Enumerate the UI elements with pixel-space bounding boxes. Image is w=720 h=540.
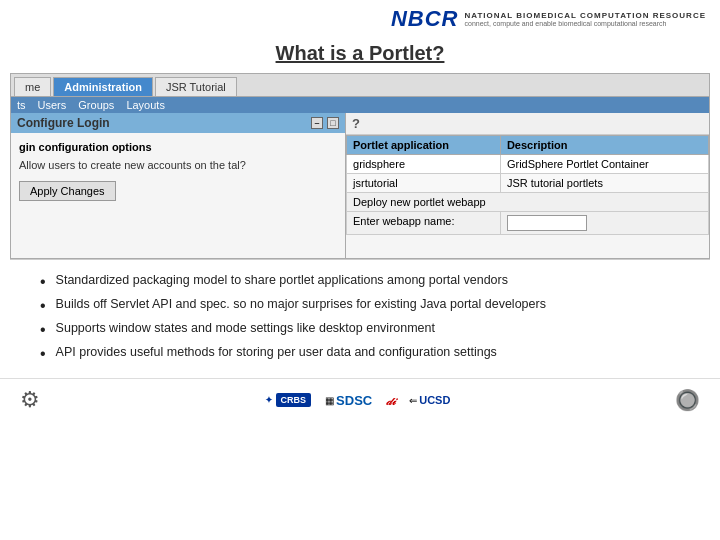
webapp-input-cell bbox=[500, 212, 708, 235]
section-title: gin configuration options bbox=[19, 141, 337, 153]
di-logo: 𝒹𝒾 bbox=[386, 391, 395, 409]
list-item: • Supports window states and mode settin… bbox=[40, 320, 700, 338]
gear-icon: ⚙ bbox=[20, 387, 40, 413]
bullet-text-4: API provides useful methods for storing … bbox=[56, 344, 497, 361]
nav-ts[interactable]: ts bbox=[17, 99, 26, 111]
wheel-icon: 🔘 bbox=[675, 388, 700, 412]
desc-jsrtutorial: JSR tutorial portlets bbox=[500, 174, 708, 193]
question-mark: ? bbox=[346, 113, 709, 135]
left-panel: Configure Login – □ gin configuration op… bbox=[11, 113, 346, 258]
portlet-table: Portlet application Description gridsphe… bbox=[346, 135, 709, 235]
nav-users[interactable]: Users bbox=[38, 99, 67, 111]
nbcr-tagline: connect, compute and enable biomedical c… bbox=[465, 20, 706, 27]
app-jsrtutorial: jsrtutorial bbox=[347, 174, 501, 193]
nbcr-subtitle: NATIONAL BIOMEDICAL COMPUTATION RESOURCE bbox=[465, 11, 706, 20]
ui-panel: me Administration JSR Tutorial ts Users … bbox=[10, 73, 710, 259]
app-gridsphere: gridsphere bbox=[347, 155, 501, 174]
bullet-text-2: Builds off Servlet API and spec. so no m… bbox=[56, 296, 546, 313]
bullets-section: • Standardized packaging model to share … bbox=[0, 260, 720, 378]
nav-groups[interactable]: Groups bbox=[78, 99, 114, 111]
webapp-row: Enter webapp name: bbox=[347, 212, 709, 235]
panel-body: gin configuration options Allow users to… bbox=[11, 133, 345, 209]
table-row: jsrtutorial JSR tutorial portlets bbox=[347, 174, 709, 193]
list-item: • Standardized packaging model to share … bbox=[40, 272, 700, 290]
desc-gridsphere: GridSphere Portlet Container bbox=[500, 155, 708, 174]
tab-bar: me Administration JSR Tutorial bbox=[11, 74, 709, 97]
sdsc-logo: ▦ SDSC bbox=[325, 393, 372, 408]
minimize-button[interactable]: – bbox=[311, 117, 323, 129]
tab-jsr-tutorial[interactable]: JSR Tutorial bbox=[155, 77, 237, 96]
nbcr-logo: NBCR NATIONAL BIOMEDICAL COMPUTATION RES… bbox=[391, 6, 706, 32]
right-panel: ? Portlet application Description gridsp… bbox=[346, 113, 709, 258]
deploy-row: Deploy new portlet webapp bbox=[347, 193, 709, 212]
bullet-icon: • bbox=[40, 298, 46, 314]
col-portlet-app: Portlet application bbox=[347, 136, 501, 155]
panel-controls: – □ bbox=[311, 117, 339, 129]
header: NBCR NATIONAL BIOMEDICAL COMPUTATION RES… bbox=[0, 0, 720, 38]
footer-logos: ✦ CRBS ▦ SDSC 𝒹𝒾 ⇐ UCSD bbox=[265, 391, 451, 409]
maximize-button[interactable]: □ bbox=[327, 117, 339, 129]
bullet-icon: • bbox=[40, 274, 46, 290]
webapp-input[interactable] bbox=[507, 215, 587, 231]
nav-layouts[interactable]: Layouts bbox=[126, 99, 165, 111]
tab-me[interactable]: me bbox=[14, 77, 51, 96]
webapp-label: Enter webapp name: bbox=[347, 212, 501, 235]
footer: ⚙ ✦ CRBS ▦ SDSC 𝒹𝒾 ⇐ UCSD 🔘 bbox=[0, 378, 720, 417]
tab-administration[interactable]: Administration bbox=[53, 77, 153, 96]
table-row: gridsphere GridSphere Portlet Container bbox=[347, 155, 709, 174]
list-item: • Builds off Servlet API and spec. so no… bbox=[40, 296, 700, 314]
panel-titlebar: Configure Login – □ bbox=[11, 113, 345, 133]
bullet-icon: • bbox=[40, 346, 46, 362]
panel-title: Configure Login bbox=[17, 116, 110, 130]
content-area: Configure Login – □ gin configuration op… bbox=[11, 113, 709, 258]
page-title: What is a Portlet? bbox=[0, 38, 720, 73]
bullet-text-1: Standardized packaging model to share po… bbox=[56, 272, 508, 289]
col-description: Description bbox=[500, 136, 708, 155]
list-item: • API provides useful methods for storin… bbox=[40, 344, 700, 362]
apply-changes-button[interactable]: Apply Changes bbox=[19, 181, 116, 201]
deploy-label: Deploy new portlet webapp bbox=[347, 193, 709, 212]
body-text: Allow users to create new accounts on th… bbox=[19, 159, 337, 171]
bullet-icon: • bbox=[40, 322, 46, 338]
ucsd-logo: ⇐ UCSD bbox=[409, 394, 450, 406]
nav-bar: ts Users Groups Layouts bbox=[11, 97, 709, 113]
nbcr-name: NBCR bbox=[391, 6, 459, 32]
crbs-logo: ✦ CRBS bbox=[265, 393, 312, 407]
bullet-text-3: Supports window states and mode settings… bbox=[56, 320, 435, 337]
